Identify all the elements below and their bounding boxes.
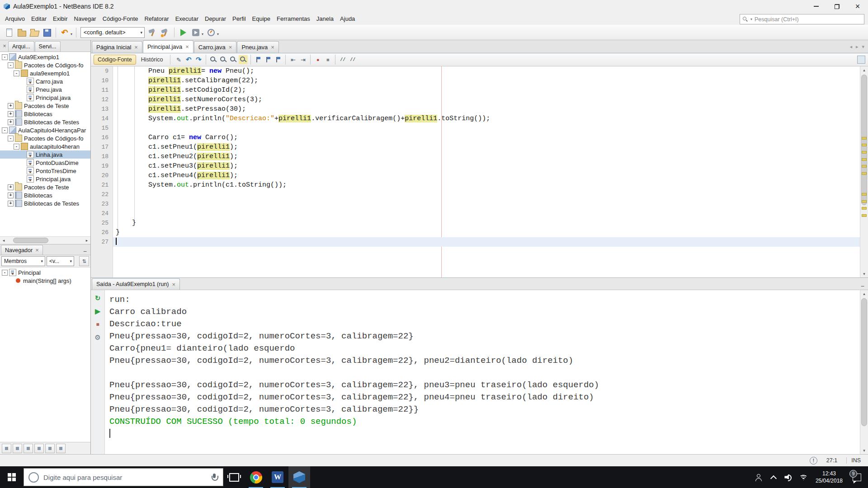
chevron-down-icon[interactable]: ▾ bbox=[71, 32, 72, 36]
occurrence-mark[interactable] bbox=[862, 151, 867, 154]
close-tab-icon[interactable]: × bbox=[134, 44, 138, 50]
menu-ajuda[interactable]: Ajuda bbox=[337, 13, 358, 24]
close-navigator-icon[interactable]: × bbox=[35, 247, 39, 253]
rerun-icon[interactable]: ↻ bbox=[93, 294, 102, 303]
code-line-23[interactable] bbox=[113, 199, 860, 209]
code-line-17[interactable]: c1.setPneu1(pirelli1); bbox=[113, 142, 860, 152]
last-edit-icon[interactable]: ✎ bbox=[174, 55, 183, 64]
editor-tab-principal-java[interactable]: Principal.java× bbox=[143, 40, 193, 53]
editor-gutter[interactable]: 9101112131415161718192021222324252627 bbox=[91, 66, 113, 277]
tree-item-bibliotecas[interactable]: +Bibliotecas bbox=[0, 110, 90, 118]
show-inherited-members-icon[interactable] bbox=[2, 444, 11, 453]
editor-tab-pagina-inicial[interactable]: Página Inicial× bbox=[92, 41, 142, 53]
tree-item-linha-java[interactable]: Linha.java bbox=[0, 150, 90, 159]
tree-item-pontoduasdime[interactable]: PontoDuasDime bbox=[0, 159, 90, 167]
tree-item-bibliotecas-de-testes[interactable]: +Bibliotecas de Testes bbox=[0, 199, 90, 207]
code-line-9[interactable]: Pneu pirelli1= new Pneu(); bbox=[113, 66, 860, 76]
hscroll-track[interactable] bbox=[7, 237, 83, 244]
code-line-21[interactable]: System.out.println(c1.toString()); bbox=[113, 180, 860, 190]
code-line-27[interactable] bbox=[113, 237, 860, 247]
tree-item-principal-java[interactable]: Principal.java bbox=[0, 175, 90, 183]
source-view-button[interactable]: Código-Fonte bbox=[94, 55, 136, 65]
close-output-icon[interactable]: × bbox=[172, 282, 176, 287]
scroll-tabs-left-icon[interactable]: ◂ bbox=[849, 44, 852, 50]
menu-depurar[interactable]: Depurar bbox=[202, 13, 229, 24]
menu-arquivo[interactable]: Arquivo bbox=[2, 13, 28, 24]
run-config-combo[interactable]: <config. default> ▾ bbox=[80, 27, 145, 38]
uncomment-icon[interactable]: // bbox=[348, 55, 357, 64]
expand-toggle-icon[interactable]: + bbox=[8, 103, 14, 109]
collapse-toggle-icon[interactable]: - bbox=[2, 127, 8, 133]
hidden-icons-button[interactable] bbox=[766, 466, 781, 488]
members-combo[interactable]: Membros ▾ bbox=[1, 256, 45, 266]
show-static-members-icon[interactable] bbox=[24, 444, 33, 453]
collapse-toggle-icon[interactable]: - bbox=[8, 62, 14, 68]
previous-bookmark-icon[interactable] bbox=[254, 55, 263, 64]
vscroll-track[interactable] bbox=[860, 74, 868, 270]
expand-toggle-icon[interactable]: + bbox=[8, 192, 14, 198]
close-tab-icon[interactable]: × bbox=[185, 44, 189, 50]
expand-toggle-icon[interactable]: + bbox=[8, 184, 14, 190]
taskbar-clock[interactable]: 12:43 25/04/2018 bbox=[811, 470, 847, 484]
rerun-modified-icon[interactable]: ▶ bbox=[93, 307, 102, 316]
vscroll-track[interactable] bbox=[860, 297, 868, 447]
start-button[interactable] bbox=[0, 466, 24, 488]
occurrence-mark[interactable] bbox=[862, 214, 867, 217]
find-selection-icon[interactable] bbox=[209, 55, 218, 64]
taskbar-search[interactable]: Digite aqui para pesquisar bbox=[24, 468, 223, 486]
collapse-toggle-icon[interactable]: - bbox=[14, 144, 19, 150]
expand-toggle-icon[interactable]: + bbox=[8, 111, 14, 117]
tree-item-aulacapitulo4herancapar[interactable]: -AulaCapitulo4HerançaPar bbox=[0, 126, 90, 134]
vscroll-thumb[interactable] bbox=[861, 298, 867, 426]
close-panel-icon[interactable]: × bbox=[1, 43, 8, 49]
projects-hscrollbar[interactable]: ◂ ▸ bbox=[0, 236, 90, 244]
menu-equipe[interactable]: Equipe bbox=[249, 13, 274, 24]
editor-tab-carro-java[interactable]: Carro.java× bbox=[194, 41, 237, 53]
record-macro-icon[interactable]: ● bbox=[313, 55, 322, 64]
find-prev-icon[interactable] bbox=[229, 55, 238, 64]
tree-item-aula9exemplo1[interactable]: -Aula9Exemplo1 bbox=[0, 53, 90, 61]
scroll-up-icon[interactable]: ▴ bbox=[860, 290, 868, 297]
find-next-icon[interactable] bbox=[219, 55, 228, 64]
minimize-navigator-icon[interactable]: − bbox=[80, 248, 90, 255]
chevron-down-icon[interactable]: ▾ bbox=[202, 32, 203, 36]
new-project-icon[interactable] bbox=[16, 27, 28, 38]
code-line-14[interactable]: System.out.println("Descricao:"+pirelli1… bbox=[113, 114, 860, 123]
collapse-toggle-icon[interactable]: - bbox=[2, 54, 8, 60]
action-center-button[interactable]: 9 bbox=[847, 474, 866, 481]
minimize-output-icon[interactable]: − bbox=[857, 282, 868, 290]
projects-tree[interactable]: -Aula9Exemplo1-Pacotes de Códigos-fo-aul… bbox=[0, 52, 90, 236]
scroll-right-icon[interactable]: ▸ bbox=[83, 237, 90, 244]
tree-item-pacotes-de-codigos-fo[interactable]: -Pacotes de Códigos-fo bbox=[0, 61, 90, 69]
occurrence-mark[interactable] bbox=[862, 172, 867, 175]
occurrence-mark[interactable] bbox=[862, 193, 867, 196]
new-file-icon[interactable] bbox=[3, 27, 15, 38]
volume-button[interactable] bbox=[781, 466, 796, 488]
navigator-tree[interactable]: -Principalmain(String[] args) bbox=[0, 267, 90, 442]
collapse-toggle-icon[interactable]: - bbox=[14, 70, 19, 76]
next-bookmark-icon[interactable] bbox=[264, 55, 273, 64]
collapse-toggle-icon[interactable]: - bbox=[8, 136, 14, 141]
microphone-icon[interactable] bbox=[211, 474, 217, 481]
menu-executar[interactable]: Executar bbox=[172, 13, 202, 24]
tree-item-pacotes-de-teste[interactable]: +Pacotes de Teste bbox=[0, 183, 90, 191]
tree-item-principal-java[interactable]: Principal.java bbox=[0, 94, 90, 102]
shift-left-icon[interactable]: ⇤ bbox=[288, 55, 297, 64]
menu-exibir[interactable]: Exibir bbox=[50, 13, 71, 24]
toggle-bookmark-icon[interactable] bbox=[274, 55, 283, 64]
collapse-toggle-icon[interactable]: - bbox=[2, 270, 8, 276]
open-project-icon[interactable] bbox=[28, 27, 40, 38]
code-line-20[interactable]: c1.setPneu4(pirelli1); bbox=[113, 171, 860, 180]
menu-refatorar[interactable]: Refatorar bbox=[141, 13, 172, 24]
panel-tab-servi[interactable]: Servi... bbox=[35, 41, 61, 52]
tree-item-pacotes-de-codigos-fo[interactable]: -Pacotes de Códigos-fo bbox=[0, 134, 90, 142]
expand-toggle-icon[interactable]: + bbox=[8, 201, 14, 206]
comment-icon[interactable]: // bbox=[338, 55, 347, 64]
menu-navegar[interactable]: Navegar bbox=[71, 13, 99, 24]
notifications-icon[interactable]: ! bbox=[810, 457, 817, 465]
expand-toggle-icon[interactable]: + bbox=[8, 119, 14, 125]
task-view-button[interactable] bbox=[223, 466, 245, 488]
occurrence-mark[interactable] bbox=[862, 207, 867, 210]
history-view-button[interactable]: Histórico bbox=[137, 55, 167, 65]
occurrence-mark[interactable] bbox=[862, 165, 867, 168]
